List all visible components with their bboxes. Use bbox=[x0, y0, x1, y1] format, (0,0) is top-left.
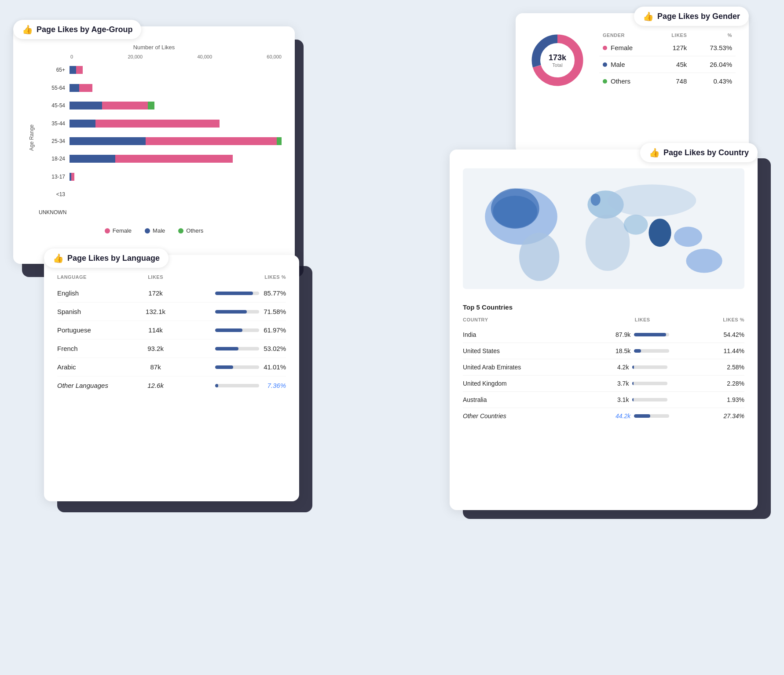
country-bar-fill bbox=[632, 365, 634, 369]
lang-name: French bbox=[57, 339, 139, 358]
gender-likes: 45k bbox=[656, 56, 690, 73]
bar-segments bbox=[70, 84, 282, 92]
gender-row: Others 748 0.43% bbox=[599, 73, 736, 90]
lang-bar-bg bbox=[215, 310, 259, 314]
lang-bar-bg bbox=[215, 292, 259, 295]
country-name: India bbox=[463, 327, 586, 343]
country-name: United States bbox=[463, 343, 586, 359]
country-bar-bg bbox=[634, 333, 669, 336]
bar-label: <13 bbox=[39, 191, 70, 197]
lang-pct: 7.36% bbox=[262, 382, 286, 389]
svg-point-12 bbox=[686, 249, 722, 273]
lang-likes: 132.1k bbox=[139, 303, 172, 321]
bar-label: 35-44 bbox=[39, 120, 70, 127]
country-row: Other Countries 44.2k 27.34% bbox=[463, 408, 744, 424]
lang-pct: 71.58% bbox=[262, 308, 286, 315]
lang-likes: 114k bbox=[139, 321, 172, 339]
lang-pct: 41.01% bbox=[262, 363, 286, 371]
country-likes: 3.1k bbox=[617, 396, 629, 403]
svg-point-11 bbox=[674, 226, 702, 247]
lang-bar-fill bbox=[215, 292, 253, 295]
country-bar-bg bbox=[634, 349, 669, 353]
country-bar-fill bbox=[634, 349, 641, 353]
bar-label: 18-24 bbox=[39, 156, 70, 162]
bar-segments bbox=[70, 155, 282, 163]
bar-label: 25-34 bbox=[39, 138, 70, 144]
svg-point-10 bbox=[648, 219, 671, 247]
country-name: Australia bbox=[463, 392, 586, 408]
country-bar-fill bbox=[632, 382, 634, 385]
language-row: Portuguese 114k 61.97% bbox=[57, 321, 286, 339]
bar-row: 65+ bbox=[39, 63, 282, 77]
gender-content: 173k Total GENDER LIKES % Female 127k bbox=[529, 31, 736, 89]
donut-chart: 173k Total bbox=[529, 32, 586, 89]
chart-legend: Female Male Others bbox=[26, 227, 282, 234]
language-row: Spanish 132.1k 71.58% bbox=[57, 303, 286, 321]
country-pct: 2.58% bbox=[699, 359, 744, 376]
gender-color-dot bbox=[603, 62, 607, 67]
country-pct: 1.93% bbox=[699, 392, 744, 408]
country-row: Australia 3.1k 1.93% bbox=[463, 392, 744, 408]
x-axis-ticks: 0 20,000 40,000 60,000 bbox=[39, 54, 282, 59]
bar-segments bbox=[70, 173, 282, 181]
lang-likes: 172k bbox=[139, 284, 172, 303]
bar-segments bbox=[70, 137, 282, 145]
lang-name: English bbox=[57, 284, 139, 303]
bar-segments bbox=[70, 208, 282, 216]
country-bar-fill bbox=[634, 414, 650, 418]
lang-name: Spanish bbox=[57, 303, 139, 321]
world-map bbox=[463, 163, 744, 295]
country-bar-bg bbox=[632, 398, 667, 401]
lang-name: Portuguese bbox=[57, 321, 139, 339]
chart-title: Number of Likes bbox=[26, 44, 282, 51]
bar-row: UNKNOWN bbox=[39, 205, 282, 219]
lang-pct: 85.77% bbox=[262, 289, 286, 297]
country-card: Top 5 Countries COUNTRY LIKES LIKES % In… bbox=[450, 150, 758, 510]
country-row: United Arab Emirates 4.2k 2.58% bbox=[463, 359, 744, 376]
bar-row: 13-17 bbox=[39, 170, 282, 184]
bar-label: UNKNOWN bbox=[39, 209, 70, 215]
country-likes: 3.7k bbox=[617, 380, 629, 387]
gender-pct: 0.43% bbox=[690, 73, 736, 90]
gender-name: Female bbox=[611, 44, 633, 51]
lang-bar-bg bbox=[215, 347, 259, 350]
country-pct: 11.44% bbox=[699, 343, 744, 359]
lang-bar-bg bbox=[215, 384, 259, 387]
age-group-label: 👍 Page Likes by Age-Group bbox=[13, 20, 141, 39]
svg-point-8 bbox=[586, 215, 630, 271]
country-bar-fill bbox=[632, 398, 634, 401]
gender-card: 173k Total GENDER LIKES % Female 127k bbox=[516, 13, 749, 154]
lang-pct: 53.02% bbox=[262, 345, 286, 352]
bar-label: 13-17 bbox=[39, 174, 70, 180]
top5-section: Top 5 Countries COUNTRY LIKES LIKES % In… bbox=[463, 303, 744, 424]
gender-table: GENDER LIKES % Female 127k 73.53% Male 4… bbox=[599, 31, 736, 89]
country-bar-bg bbox=[632, 382, 667, 385]
language-row: Other Languages 12.6k 7.36% bbox=[57, 376, 286, 395]
country-row: United Kingdom 3.7k 2.28% bbox=[463, 376, 744, 392]
gender-label: 👍 Page Likes by Gender bbox=[634, 7, 749, 26]
svg-point-9 bbox=[624, 215, 648, 235]
thumbs-up-icon-country: 👍 bbox=[649, 147, 660, 158]
gender-pct: 73.53% bbox=[690, 40, 736, 56]
male-dot bbox=[145, 228, 150, 234]
female-dot bbox=[105, 228, 110, 234]
svg-point-15 bbox=[493, 196, 538, 228]
bar-segments bbox=[70, 190, 282, 198]
country-bar-bg bbox=[634, 414, 669, 418]
gender-row: Male 45k 26.04% bbox=[599, 56, 736, 73]
y-axis-label: Age Range bbox=[26, 54, 37, 221]
country-row: United States 18.5k 11.44% bbox=[463, 343, 744, 359]
country-likes: 87.9k bbox=[615, 331, 630, 338]
svg-point-13 bbox=[608, 184, 696, 216]
gender-name: Others bbox=[611, 77, 630, 85]
country-likes: 18.5k bbox=[615, 347, 630, 354]
country-name: United Arab Emirates bbox=[463, 359, 586, 376]
chart-body: 0 20,000 40,000 60,000 65+ 55-64 45-54 3… bbox=[39, 54, 282, 221]
country-likes: 44.2k bbox=[615, 412, 630, 420]
lang-bar-fill bbox=[215, 328, 242, 332]
lang-bar-fill bbox=[215, 310, 247, 314]
language-card: LANGUAGE LIKES LIKES % English 172k 85.7… bbox=[44, 255, 299, 501]
lang-name: Arabic bbox=[57, 358, 139, 376]
lang-likes: 12.6k bbox=[139, 376, 172, 395]
svg-point-14 bbox=[591, 193, 601, 205]
